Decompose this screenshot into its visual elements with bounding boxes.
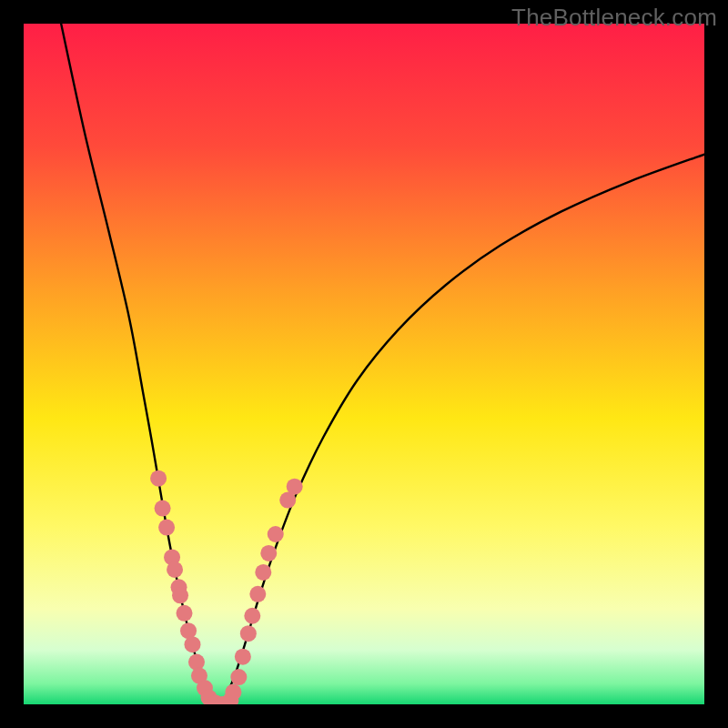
gradient-background xyxy=(24,24,704,704)
data-point xyxy=(230,669,247,685)
data-point xyxy=(249,586,266,602)
data-point xyxy=(150,470,167,487)
plot-svg xyxy=(24,24,704,704)
data-point xyxy=(167,561,183,578)
data-point xyxy=(287,479,303,495)
chart-frame: TheBottleneck.com xyxy=(0,0,728,728)
data-point xyxy=(172,587,188,603)
data-point xyxy=(185,636,201,652)
data-point xyxy=(155,500,171,517)
data-point xyxy=(255,564,271,581)
data-point xyxy=(268,526,284,542)
watermark-label: TheBottleneck.com xyxy=(511,4,717,32)
data-point xyxy=(260,545,277,561)
data-point xyxy=(235,649,251,665)
data-point xyxy=(158,520,175,536)
data-point xyxy=(240,625,257,642)
data-point xyxy=(244,608,260,624)
plot-area xyxy=(24,24,704,704)
data-point xyxy=(177,605,193,622)
data-point xyxy=(225,684,241,701)
data-point xyxy=(188,654,205,671)
